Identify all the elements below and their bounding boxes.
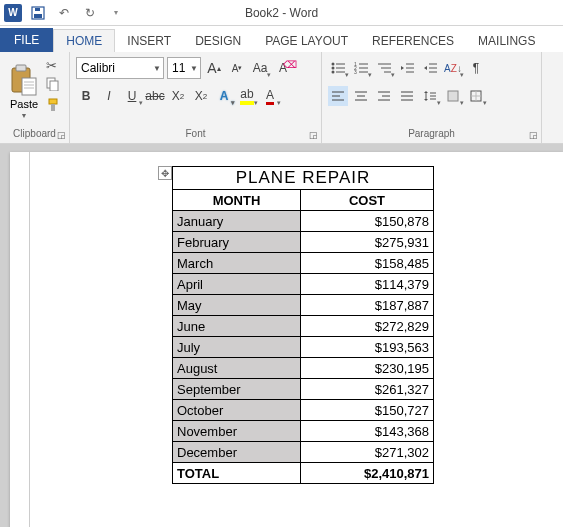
align-center-icon[interactable]	[351, 86, 371, 106]
superscript-button[interactable]: X2	[191, 86, 211, 106]
group-font: Calibri▼ 11▼ A▴ A▾ Aa A⌫ B I U abc X2 X2…	[70, 52, 322, 143]
table-row[interactable]: June$272,829	[173, 316, 434, 337]
cost-cell[interactable]: $271,302	[301, 442, 434, 463]
cost-cell[interactable]: $150,878	[301, 211, 434, 232]
document-table[interactable]: PLANE REPAIR MONTH COST January$150,878F…	[172, 166, 434, 484]
clipboard-launcher-icon[interactable]: ◲	[55, 129, 67, 141]
document-title: Book2 - Word	[245, 6, 318, 20]
table-row[interactable]: September$261,327	[173, 379, 434, 400]
table-row[interactable]: April$114,379	[173, 274, 434, 295]
month-cell[interactable]: August	[173, 358, 301, 379]
table-row[interactable]: July$193,563	[173, 337, 434, 358]
header-month[interactable]: MONTH	[173, 190, 301, 211]
month-cell[interactable]: January	[173, 211, 301, 232]
month-cell[interactable]: July	[173, 337, 301, 358]
month-cell[interactable]: March	[173, 253, 301, 274]
tab-home[interactable]: HOME	[53, 29, 115, 52]
cut-icon[interactable]: ✂	[46, 58, 60, 73]
tab-references[interactable]: REFERENCES	[360, 30, 466, 52]
justify-icon[interactable]	[397, 86, 417, 106]
cost-cell[interactable]: $187,887	[301, 295, 434, 316]
undo-icon[interactable]: ↶	[54, 3, 74, 23]
format-painter-icon[interactable]	[46, 98, 60, 115]
month-cell[interactable]: December	[173, 442, 301, 463]
word-icon: W	[4, 4, 22, 22]
table-row[interactable]: March$158,485	[173, 253, 434, 274]
borders-icon[interactable]	[466, 86, 486, 106]
show-marks-icon[interactable]: ¶	[466, 58, 486, 78]
cost-cell[interactable]: $114,379	[301, 274, 434, 295]
cost-cell[interactable]: $150,727	[301, 400, 434, 421]
align-left-icon[interactable]	[328, 86, 348, 106]
table-row[interactable]: November$143,368	[173, 421, 434, 442]
month-cell[interactable]: September	[173, 379, 301, 400]
subscript-button[interactable]: X2	[168, 86, 188, 106]
shrink-font-icon[interactable]: A▾	[227, 58, 247, 78]
paste-button[interactable]: Paste ▼	[6, 56, 42, 126]
bold-button[interactable]: B	[76, 86, 96, 106]
table-row[interactable]: August$230,195	[173, 358, 434, 379]
tab-mailings[interactable]: MAILINGS	[466, 30, 547, 52]
table-row[interactable]: October$150,727	[173, 400, 434, 421]
increase-indent-icon[interactable]	[420, 58, 440, 78]
change-case-icon[interactable]: Aa	[250, 58, 270, 78]
chevron-down-icon: ▼	[190, 64, 198, 73]
bullets-icon[interactable]	[328, 58, 348, 78]
page-paper[interactable]: ✥ PLANE REPAIR MONTH COST January$150,87…	[10, 152, 563, 527]
table-row[interactable]: December$271,302	[173, 442, 434, 463]
month-cell[interactable]: April	[173, 274, 301, 295]
table-move-handle-icon[interactable]: ✥	[158, 166, 172, 180]
copy-icon[interactable]	[46, 77, 60, 94]
tab-design[interactable]: DESIGN	[183, 30, 253, 52]
cost-cell[interactable]: $275,931	[301, 232, 434, 253]
cost-cell[interactable]: $261,327	[301, 379, 434, 400]
shading-icon[interactable]	[443, 86, 463, 106]
cost-cell[interactable]: $272,829	[301, 316, 434, 337]
tab-insert[interactable]: INSERT	[115, 30, 183, 52]
table-row[interactable]: May$187,887	[173, 295, 434, 316]
table-title[interactable]: PLANE REPAIR	[173, 167, 434, 190]
font-launcher-icon[interactable]: ◲	[307, 129, 319, 141]
tab-page-layout[interactable]: PAGE LAYOUT	[253, 30, 360, 52]
cost-cell[interactable]: $230,195	[301, 358, 434, 379]
svg-rect-10	[50, 81, 58, 91]
month-cell[interactable]: February	[173, 232, 301, 253]
month-cell[interactable]: October	[173, 400, 301, 421]
cost-cell[interactable]: $143,368	[301, 421, 434, 442]
align-right-icon[interactable]	[374, 86, 394, 106]
total-label[interactable]: TOTAL	[173, 463, 301, 484]
sort-icon[interactable]: AZ↓	[443, 58, 463, 78]
svg-point-17	[332, 71, 335, 74]
paragraph-launcher-icon[interactable]: ◲	[527, 129, 539, 141]
month-cell[interactable]: November	[173, 421, 301, 442]
cost-cell[interactable]: $193,563	[301, 337, 434, 358]
decrease-indent-icon[interactable]	[397, 58, 417, 78]
text-effects-icon[interactable]: A	[214, 86, 234, 106]
numbering-icon[interactable]: 123	[351, 58, 371, 78]
font-name-combo[interactable]: Calibri▼	[76, 57, 164, 79]
save-icon[interactable]	[28, 3, 48, 23]
cost-cell[interactable]: $158,485	[301, 253, 434, 274]
font-color-icon[interactable]: A	[260, 86, 280, 106]
italic-button[interactable]: I	[99, 86, 119, 106]
underline-button[interactable]: U	[122, 86, 142, 106]
redo-icon[interactable]: ↻	[80, 3, 100, 23]
clear-formatting-icon[interactable]: A⌫	[273, 58, 293, 78]
grow-font-icon[interactable]: A▴	[204, 58, 224, 78]
highlight-icon[interactable]: ab	[237, 86, 257, 106]
month-cell[interactable]: May	[173, 295, 301, 316]
qat-customize-icon[interactable]: ▾	[106, 3, 126, 23]
font-size-combo[interactable]: 11▼	[167, 57, 201, 79]
line-spacing-icon[interactable]	[420, 86, 440, 106]
tab-file[interactable]: FILE	[0, 28, 53, 52]
multilevel-list-icon[interactable]	[374, 58, 394, 78]
chevron-down-icon: ▼	[153, 64, 161, 73]
svg-rect-11	[49, 99, 57, 104]
table-row[interactable]: February$275,931	[173, 232, 434, 253]
strikethrough-button[interactable]: abc	[145, 86, 165, 106]
month-cell[interactable]: June	[173, 316, 301, 337]
font-name-value: Calibri	[81, 61, 115, 75]
total-cost[interactable]: $2,410,871	[301, 463, 434, 484]
table-row[interactable]: January$150,878	[173, 211, 434, 232]
header-cost[interactable]: COST	[301, 190, 434, 211]
